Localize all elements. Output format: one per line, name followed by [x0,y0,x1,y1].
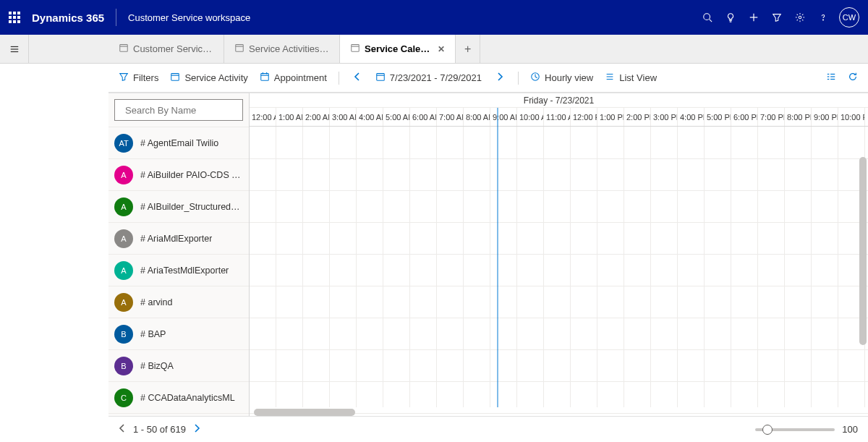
resource-row[interactable]: A# arvind [109,286,249,318]
new-tab-button[interactable]: + [456,35,480,63]
time-slot-header: 5:00 PM [705,108,731,126]
legend-icon[interactable] [826,72,836,84]
time-slot-header: 10:00 PM [838,108,865,126]
date-range-picker[interactable]: 7/23/2021 - 7/29/2021 [375,72,482,84]
calendar-row[interactable] [250,286,868,318]
help-icon[interactable] [812,6,835,29]
resource-name: # AiBuilder PAIO-CDS Tip NonProd [140,170,243,180]
date-next-button[interactable] [493,72,506,84]
hourly-view-button[interactable]: Hourly view [530,72,593,84]
service-activity-label: Service Activity [184,72,247,83]
zoom-control: 100 [755,424,858,435]
left-nav-blank [0,64,109,442]
tab-service-calendar[interactable]: Service Calendar✕ [340,35,456,63]
resource-row[interactable]: AT# AgentEmail Twilio [109,127,249,158]
app-launcher-icon[interactable] [9,12,20,23]
search-input[interactable] [125,105,247,116]
lightbulb-icon[interactable] [719,6,742,29]
footer-bar: 1 - 50 of 619 100 [109,416,868,442]
tab-label: Customer Service A... [133,43,213,54]
vertical-scrollbar[interactable] [859,157,867,345]
resource-name: # AriaTestMdlExporter [140,265,229,276]
resource-row[interactable]: B# BAP [109,318,249,349]
resource-avatar: B [114,325,133,344]
svg-rect-11 [236,45,244,52]
time-slot-header: 7:00 PM [758,108,785,126]
resource-avatar: A [114,166,133,184]
horizontal-scrollbar[interactable] [254,409,355,416]
calendar-row[interactable] [250,190,868,222]
resource-row[interactable]: C# CCADataAnalyticsML [109,381,249,413]
settings-icon[interactable] [788,6,812,29]
svg-rect-13 [352,45,359,52]
tab-close-icon[interactable]: ✕ [438,44,445,54]
global-nav-bar: Dynamics 365 Customer Service workspace … [0,0,868,35]
tab-strip: Customer Service A...Service Activities … [0,35,868,64]
separator [339,72,339,85]
resource-row[interactable]: A# AriaMdlExporter [109,222,249,254]
appointment-button[interactable]: Appointment [260,72,327,84]
tab-label: Service Activities M... [249,43,329,54]
calendar-icon [234,43,244,55]
svg-rect-17 [261,74,269,81]
calendar-row[interactable] [250,158,868,190]
list-view-button[interactable]: List View [605,72,657,84]
calendar-row[interactable] [250,254,868,286]
pager-prev[interactable] [119,423,126,435]
calendar-row[interactable] [250,222,868,254]
resource-row[interactable]: A# AiBuilder PAIO-CDS Tip NonProd [109,158,249,190]
service-activity-button[interactable]: Service Activity [170,72,247,84]
resource-name: # CCADataAnalyticsML [140,393,235,403]
pager: 1 - 50 of 619 [119,423,200,435]
time-slot-header: 3:00 PM [651,108,678,126]
resource-row[interactable]: A# AIBuilder_StructuredML_PrePr [109,190,249,222]
svg-rect-21 [377,74,385,81]
toolbar: Filters Service Activity Appointment 7/2… [109,72,868,85]
appointment-label: Appointment [274,72,327,83]
zoom-thumb[interactable] [762,425,773,435]
time-slot-header: 11:00 AM [544,108,571,126]
filter-icon[interactable] [765,6,788,29]
date-prev-button[interactable] [351,72,364,84]
time-slot-header: 2:00 AM [303,108,330,126]
resource-row[interactable]: A# AriaTestMdlExporter [109,254,249,286]
sitemap-toggle[interactable] [0,35,29,63]
refresh-icon[interactable] [848,72,858,84]
svg-point-5 [822,20,823,20]
svg-point-4 [799,16,801,19]
pager-next[interactable] [193,423,200,435]
calendar-body[interactable] [250,127,868,407]
time-slot-header: 1:00 PM [597,108,624,126]
resource-name: # BAP [140,329,166,339]
filters-label: Filters [133,72,158,83]
resource-avatar: B [114,357,133,375]
time-slot-header: 10:00 AM [517,108,544,126]
svg-line-1 [710,20,712,22]
time-slot-header: 4:00 AM [357,108,383,126]
resource-avatar: C [114,388,133,407]
calendar-row[interactable] [250,127,868,158]
calendar-grid: Friday - 7/23/2021 12:00 AM1:00 AM2:00 A… [250,93,868,416]
tab-service-activities-m[interactable]: Service Activities M... [224,35,340,63]
add-icon[interactable] [742,6,765,29]
calendar-row[interactable] [250,318,868,349]
date-range-label: 7/23/2021 - 7/29/2021 [390,72,482,83]
calendar-icon [119,43,129,55]
resource-row[interactable]: B# BizQA [109,349,249,381]
resource-search[interactable] [114,99,243,121]
time-slot-header: 3:00 AM [330,108,357,126]
zoom-slider[interactable] [755,428,835,431]
user-avatar[interactable]: CW [839,7,859,27]
command-bar-row: Home Filters Service Activity Appointmen… [0,64,868,93]
time-slot-header: 1:00 AM [276,108,303,126]
time-slot-header: 12:00 PM [571,108,597,126]
time-slot-header: 12:00 AM [250,108,276,126]
filters-button[interactable]: Filters [119,72,158,84]
calendar-row[interactable] [250,349,868,381]
main-content: AT# AgentEmail TwilioA# AiBuilder PAIO-C… [109,93,868,416]
search-icon[interactable] [696,6,719,29]
resource-name: # AIBuilder_StructuredML_PrePr [140,202,243,212]
resource-panel: AT# AgentEmail TwilioA# AiBuilder PAIO-C… [109,93,250,416]
tab-customer-service-a[interactable]: Customer Service A... [109,35,224,63]
svg-rect-9 [120,45,128,52]
